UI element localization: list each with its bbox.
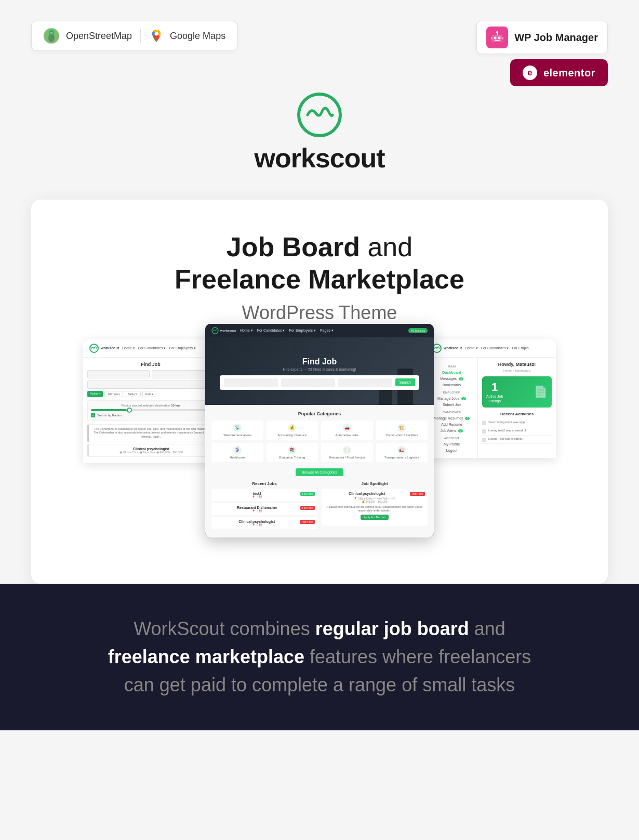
cat-health: ⚕️ Healthcare [211, 443, 263, 462]
activity-dot-1 [482, 421, 486, 425]
page-wrapper: OpenStreetMap Google Maps [0, 0, 639, 730]
svg-rect-11 [491, 37, 492, 40]
top-section: OpenStreetMap Google Maps [0, 0, 639, 189]
recent-row: Recent Jobs Full Time test2 📍 ☆ ⏰ Full T… [211, 481, 428, 531]
categories-grid: 📡 Telecommunications 💰 Accounting / Fina… [211, 421, 428, 462]
filter-tags: Radius × Job Type ▾ Salary ▾ Rate ▾ [87, 391, 214, 397]
radius-card: Radius around selected destination 50 km… [87, 400, 214, 421]
sidebar-messages[interactable]: Messages 3 [430, 376, 473, 382]
sidebar-logout[interactable]: Logout [430, 448, 473, 453]
googlemaps-icon [149, 29, 164, 43]
find-job-mini: Find Job [87, 362, 214, 367]
sidebar-job-alerts[interactable]: Job Alerts 0 [430, 428, 473, 434]
search-by-radius-row: ✓ Search by Radius [91, 413, 210, 417]
activity-text-2: Listing test2 was created. J... [488, 429, 528, 432]
center-hero: Find Job Hire experts — 58 hired in sale… [205, 337, 434, 405]
svg-point-10 [496, 31, 498, 33]
search-radius-checkbox[interactable]: ✓ [91, 413, 95, 417]
svg-rect-12 [502, 37, 503, 40]
recent-job-1: Full Time test2 📍 ☆ ⏰ [211, 489, 317, 501]
center-find-job: Find Job [220, 357, 419, 366]
dashboard-body: Main Dashboard Messages 3 Bookmarks Empl… [426, 358, 556, 458]
activity-dot-2 [482, 429, 486, 434]
sidebar-my-profile[interactable]: My Profile [430, 441, 473, 447]
location-input-mini [152, 370, 214, 378]
active-job-icon: 📄 [534, 385, 548, 399]
input-row-1 [87, 370, 214, 378]
filter-jobtype[interactable]: Job Type ▾ [104, 391, 124, 397]
hero-rest1: and [367, 232, 412, 262]
filter-salary[interactable]: Salary ▾ [125, 391, 141, 397]
activity-2: Listing test2 was created. J... [482, 427, 552, 436]
active-job-label: Active JobListings [486, 394, 503, 403]
center-hero-sub: Hire experts — 58 hired in sales & marke… [220, 368, 419, 371]
dashboard-greeting: Howdy, Mateusz! [482, 362, 552, 367]
badges-row: OpenStreetMap Google Maps [31, 21, 608, 86]
svg-rect-8 [495, 40, 500, 41]
osm-gm-badge[interactable]: OpenStreetMap Google Maps [31, 21, 237, 51]
sidebar-submit-job[interactable]: Submit Job [430, 402, 473, 408]
wpjm-badge[interactable]: WP Job Manager [476, 21, 608, 54]
right-badges: WP Job Manager e elementor [476, 21, 608, 86]
mockup-right: workscout Home ▾ For Candidates ▾ For Em… [426, 339, 556, 458]
mockup-left: workscout Home ▾ For Candidates ▾ For Em… [83, 339, 218, 463]
nav-right: Home ▾ For Candidates ▾ For Emplo... [465, 346, 532, 350]
osm-label: OpenStreetMap [66, 31, 132, 42]
filter-radius[interactable]: Radius × [87, 391, 103, 397]
dashboard-sidebar: Main Dashboard Messages 3 Bookmarks Empl… [426, 358, 478, 458]
active-job-card: 1 Active JobListings 📄 [482, 376, 552, 408]
sidebar-manage-jobs[interactable]: Manage Jobs 0 [430, 396, 473, 401]
svg-point-4 [155, 32, 158, 36]
recent-jobs-title: Recent Jobs [211, 481, 317, 486]
job-badge-1: Full Time [300, 492, 315, 496]
cat-transport: 🚛 Transportation / Logistics [376, 443, 428, 462]
dark-section: WorkScout combines regular job board and… [0, 584, 639, 730]
sidebar-bookmarks[interactable]: Bookmarks [430, 382, 473, 388]
dark-section-text: WorkScout combines regular job board and… [42, 615, 597, 699]
dark-bold-1: regular job board [315, 618, 469, 639]
sidebar-manage-resumes[interactable]: Manage Resumes 0 [430, 415, 473, 421]
cat-auto: 🚗 Automotive Jobs [321, 421, 373, 440]
mockup-right-header: workscout Home ▾ For Candidates ▾ For Em… [426, 339, 556, 358]
spotlight-col: Job Spotlight Part Time Clinical psychol… [322, 481, 428, 531]
workscout-logo [296, 91, 343, 138]
elementor-badge[interactable]: e elementor [510, 59, 608, 86]
osm-icon [43, 28, 60, 44]
active-job-section: 1 Active JobListings [486, 380, 503, 403]
job-title-r1: test2 [214, 492, 315, 495]
activity-text-1: Your Listing test2 was appr... [488, 421, 528, 424]
center-content: Popular Categories 📡 Telecommunications … [205, 405, 434, 537]
hero-subtitle: WordPress Theme [52, 302, 587, 324]
sidebar-dashboard[interactable]: Dashboard [430, 370, 473, 375]
job-title-2: Clinical psychologist [91, 447, 211, 451]
spotlight-job-1: Part Time Clinical psychologist 📍 Global… [322, 489, 428, 526]
cat-education: 📚 Education Training [267, 443, 318, 462]
sidebar-account-label: Account [430, 437, 473, 440]
browse-btn[interactable]: Browse All Categories [296, 468, 343, 476]
mockup-center: workscout Home ▾ For Candidates ▾ For Em… [205, 324, 434, 537]
center-location-field[interactable] [281, 378, 335, 387]
wpjm-label: WP Job Manager [514, 32, 598, 44]
radius-slider[interactable] [91, 409, 210, 411]
filter-rate[interactable]: Rate ▾ [142, 391, 156, 397]
category-select-mini [87, 380, 214, 389]
job-meta-2: ◉ Global Clinic ◉ New York ◉ $40,000 - $… [91, 451, 211, 454]
sidebar-main-label: Main [430, 365, 473, 368]
badge-separator [140, 29, 141, 43]
cat-finance: 💰 Accounting / Finance [267, 421, 318, 440]
job-badge-2: Full Time [300, 506, 315, 510]
recent-job-3: Part Time Clinical psychologist 📍 ☆ ⏰ [211, 517, 317, 529]
center-search-field[interactable] [224, 378, 278, 387]
sidebar-add-resume[interactable]: Add Resume [430, 422, 473, 427]
center-category-field[interactable] [338, 378, 392, 387]
job-listing-1: The Dishwasher is responsible for proper… [87, 424, 214, 442]
activity-1: Your Listing test2 was appr... [482, 419, 552, 427]
search-radius-label: Search by Radius [97, 414, 122, 417]
center-search-btn[interactable]: Search [395, 378, 415, 386]
mockup-center-nav: workscout Home ▾ For Candidates ▾ For Em… [205, 324, 434, 337]
dark-text-1: WorkScout combines [134, 618, 315, 639]
activity-dot-3 [482, 438, 486, 442]
svg-point-3 [48, 35, 51, 41]
cat-construction: 🏗️ Construction / Facilities [376, 421, 428, 440]
job-meta-1: The Dishwasher is responsible for proper… [91, 427, 211, 439]
